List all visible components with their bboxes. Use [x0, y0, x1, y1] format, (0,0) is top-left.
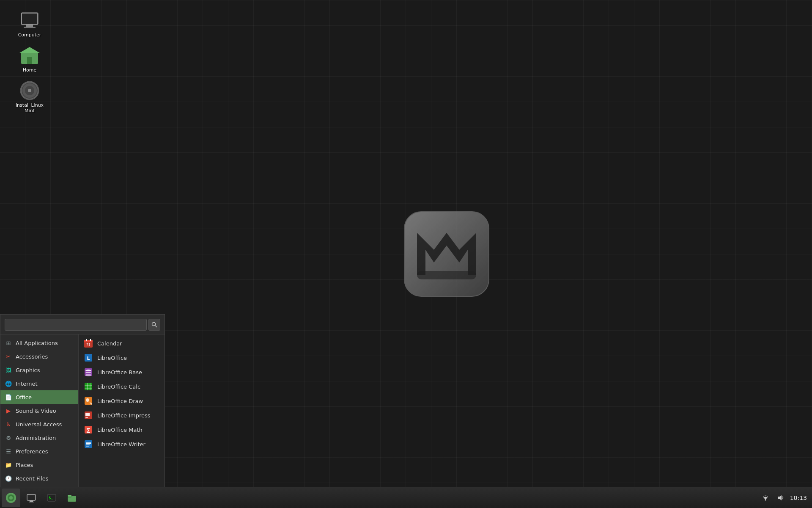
svg-rect-12 — [417, 271, 476, 279]
terminal-button[interactable]: $_ — [42, 489, 61, 507]
taskbar: $_ 10:13 — [0, 487, 812, 508]
svg-text:L: L — [87, 356, 90, 361]
sidebar-item-administration[interactable]: ⚙ Administration — [0, 431, 78, 444]
app-item-libreoffice-writer[interactable]: LibreOffice Writer — [79, 437, 165, 451]
svg-point-35 — [86, 398, 89, 402]
image-icon: 🖼 — [5, 366, 12, 374]
menu-body: ⊞ All Applications ✂ Accessories 🖼 Graph… — [0, 334, 165, 487]
svg-rect-25 — [85, 371, 91, 372]
calendar-app-icon: 31 — [84, 339, 93, 348]
sidebar-item-graphics[interactable]: 🖼 Graphics — [0, 363, 78, 377]
app-label-libreoffice-writer: LibreOffice Writer — [97, 441, 145, 447]
sidebar-item-recent-files[interactable]: 🕐 Recent Files — [0, 472, 78, 485]
sliders-icon: ☰ — [5, 447, 12, 455]
app-label-libreoffice-draw: LibreOffice Draw — [97, 398, 143, 404]
sidebar-item-universal-access[interactable]: ♿ Universal Access — [0, 417, 78, 431]
home-icon-img — [19, 45, 40, 66]
svg-rect-3 — [24, 27, 36, 28]
svg-rect-2 — [26, 25, 33, 27]
search-input[interactable] — [5, 319, 147, 331]
sidebar-item-places[interactable]: 📁 Places — [0, 458, 78, 472]
app-item-libreoffice[interactable]: L LibreOffice — [79, 351, 165, 365]
app-label-libreoffice: LibreOffice — [97, 355, 127, 361]
svg-text:31: 31 — [86, 343, 91, 347]
svg-rect-39 — [85, 417, 88, 418]
taskbar-right: 10:13 — [760, 489, 812, 507]
svg-point-8 — [28, 89, 31, 92]
app-item-libreoffice-impress[interactable]: LibreOffice Impress — [79, 408, 165, 422]
folder-icon: 📁 — [5, 461, 12, 469]
clock-display: 10:13 — [790, 494, 807, 501]
svg-rect-45 — [86, 444, 90, 445]
computer-icon[interactable]: Computer — [13, 8, 47, 39]
svg-point-49 — [9, 496, 13, 500]
svg-marker-5 — [19, 47, 40, 53]
computer-label: Computer — [18, 32, 41, 38]
sidebar-item-office[interactable]: 📄 Office — [0, 390, 78, 404]
app-item-libreoffice-draw[interactable]: LibreOffice Draw — [79, 394, 165, 408]
svg-rect-29 — [85, 383, 92, 390]
app-label-libreoffice-impress: LibreOffice Impress — [97, 412, 151, 419]
app-item-libreoffice-base[interactable]: LibreOffice Base — [79, 365, 165, 379]
install-icon-img — [19, 80, 40, 101]
svg-rect-43 — [86, 442, 91, 443]
globe-icon: 🌐 — [5, 380, 12, 387]
libreoffice-app-icon: L — [84, 353, 93, 362]
play-icon: ▶ — [5, 407, 12, 414]
sidebar-label-office: Office — [16, 394, 32, 400]
app-label-libreoffice-base: LibreOffice Base — [97, 369, 142, 375]
app-item-libreoffice-math[interactable]: ∑ LibreOffice Math — [79, 422, 165, 437]
app-label-libreoffice-calc: LibreOffice Calc — [97, 384, 140, 390]
svg-rect-1 — [22, 14, 37, 24]
sidebar-label-internet: Internet — [16, 381, 38, 387]
search-button[interactable] — [148, 319, 160, 331]
sidebar-item-accessories[interactable]: ✂ Accessories — [0, 350, 78, 363]
app-label-libreoffice-math: LibreOffice Math — [97, 427, 143, 433]
svg-rect-52 — [29, 502, 34, 502]
sidebar-label-universal-access: Universal Access — [16, 421, 62, 428]
home-label: Home — [23, 67, 36, 73]
person-icon: ♿ — [5, 420, 12, 428]
menu-apps: 31 Calendar L LibreOffice — [79, 334, 165, 487]
libreoffice-writer-icon — [84, 439, 93, 449]
sidebar-label-accessories: Accessories — [16, 353, 48, 360]
svg-rect-6 — [27, 57, 32, 64]
svg-rect-50 — [27, 494, 36, 500]
network-icon[interactable] — [760, 489, 771, 507]
install-icon[interactable]: Install Linux Mint — [13, 79, 47, 115]
app-item-calendar[interactable]: 31 Calendar — [79, 336, 165, 351]
svg-text:∑: ∑ — [87, 427, 91, 433]
svg-marker-59 — [778, 495, 782, 500]
mint-menu-button[interactable] — [2, 489, 20, 507]
svg-point-58 — [765, 499, 766, 500]
svg-rect-42 — [85, 440, 92, 448]
show-desktop-button[interactable] — [22, 489, 41, 507]
doc-icon: 📄 — [5, 393, 12, 401]
menu-sidebar: ⊞ All Applications ✂ Accessories 🖼 Graph… — [0, 334, 79, 487]
svg-rect-38 — [85, 413, 90, 416]
sidebar-item-sound-video[interactable]: ▶ Sound & Video — [0, 404, 78, 417]
sidebar-item-all-applications[interactable]: ⊞ All Applications — [0, 336, 78, 350]
tools-icon: ✂ — [5, 353, 12, 360]
volume-icon[interactable] — [775, 489, 787, 507]
libreoffice-math-icon: ∑ — [84, 425, 93, 434]
gear-icon: ⚙ — [5, 434, 12, 442]
sidebar-item-preferences[interactable]: ☰ Preferences — [0, 444, 78, 458]
sidebar-item-internet[interactable]: 🌐 Internet — [0, 377, 78, 390]
desktop-icons: Computer Home Install Linux Mint — [13, 8, 47, 115]
svg-rect-27 — [85, 373, 91, 374]
svg-rect-17 — [84, 342, 93, 342]
svg-rect-44 — [86, 443, 91, 444]
svg-rect-51 — [30, 500, 33, 502]
libreoffice-calc-icon — [84, 382, 93, 391]
home-icon[interactable]: Home — [13, 44, 47, 75]
files-button[interactable] — [63, 489, 81, 507]
svg-point-13 — [152, 323, 156, 326]
search-bar — [0, 315, 165, 334]
libreoffice-draw-icon — [84, 396, 93, 406]
sidebar-label-places: Places — [16, 462, 33, 468]
svg-point-28 — [85, 374, 91, 376]
install-label: Install Linux Mint — [14, 102, 45, 113]
app-item-libreoffice-calc[interactable]: LibreOffice Calc — [79, 379, 165, 394]
svg-line-14 — [155, 326, 157, 328]
